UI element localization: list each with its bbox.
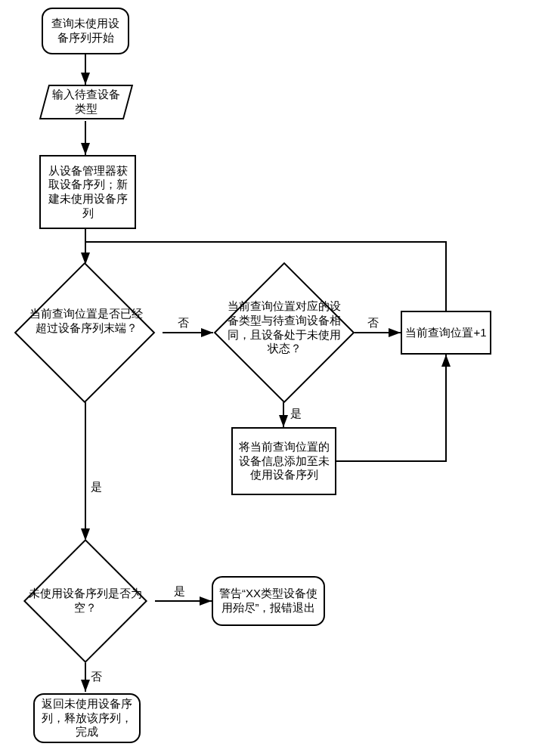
node-start: 查询未使用设备序列开始 — [42, 8, 129, 54]
node-warn-text: 警告“XX类型设备使用殆尽”，报错退出 — [216, 587, 321, 615]
edge-label-d1-yes: 是 — [91, 480, 102, 494]
edge-label-d2-yes: 是 — [290, 407, 302, 421]
node-start-text: 查询未使用设备序列开始 — [46, 17, 125, 45]
node-d3-text: 未使用设备序列是否为空？ — [29, 587, 142, 615]
edge-label-d2-no: 否 — [367, 316, 379, 330]
edge-label-d3-yes: 是 — [174, 584, 185, 599]
node-done: 返回未使用设备序列，释放该序列，完成 — [33, 693, 141, 743]
node-done-text: 返回未使用设备序列，释放该序列，完成 — [38, 697, 136, 739]
node-d1-text: 当前查询位置是否已经超过设备序列末端？ — [26, 307, 147, 336]
node-incr-text: 当前查询位置+1 — [405, 326, 486, 340]
node-input-text: 输入待查设备类型 — [48, 88, 124, 116]
node-init-text: 从设备管理器获取设备序列；新建未使用设备序列 — [44, 164, 132, 221]
node-init: 从设备管理器获取设备序列；新建未使用设备序列 — [39, 155, 136, 229]
node-input: 输入待查设备类型 — [39, 85, 133, 119]
node-append: 将当前查询位置的设备信息添加至未使用设备序列 — [231, 427, 336, 495]
edge-label-d3-no: 否 — [91, 670, 102, 684]
node-warn: 警告“XX类型设备使用殆尽”，报错退出 — [212, 576, 325, 626]
edge-label-d1-no: 否 — [178, 316, 189, 330]
node-d2-text: 当前查询位置对应的设备类型与待查询设备相同，且设备处于未使用状态？ — [225, 299, 344, 356]
node-append-text: 将当前查询位置的设备信息添加至未使用设备序列 — [236, 440, 332, 482]
node-incr: 当前查询位置+1 — [401, 311, 491, 355]
